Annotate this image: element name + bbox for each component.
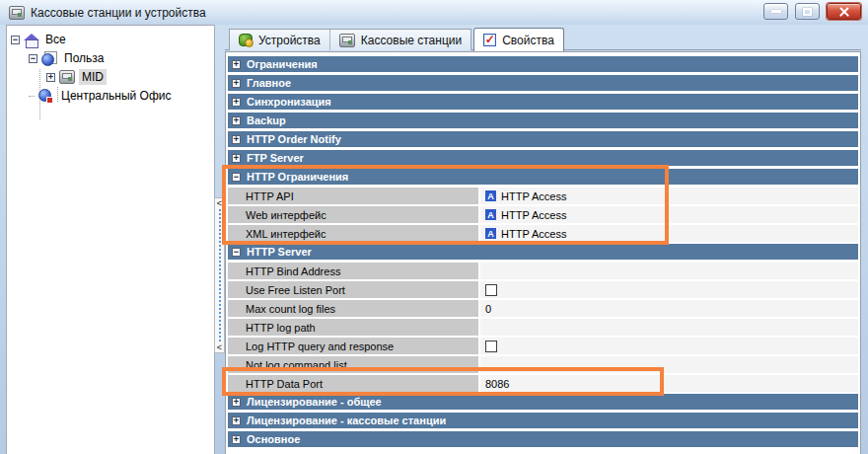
tab-label: Свойства — [502, 34, 554, 47]
property-row[interactable]: HTTP log path — [228, 319, 858, 336]
section-label: Главное — [247, 77, 291, 89]
splitter-grip[interactable] — [219, 209, 221, 341]
tree-expander-icon[interactable]: + — [46, 73, 55, 82]
access-type-icon: A — [485, 228, 496, 239]
tree-expander-icon[interactable]: − — [11, 36, 20, 44]
tree-expander-icon[interactable]: − — [29, 54, 37, 63]
close-icon — [838, 7, 850, 17]
property-value[interactable] — [480, 338, 858, 354]
section-label: Ограничения — [247, 58, 318, 70]
section-header-9[interactable]: +Лицензирование - кассовые станции — [228, 413, 858, 428]
section-label: FTP Server — [247, 152, 304, 164]
section-expander-icon[interactable]: + — [232, 435, 241, 444]
maximize-icon — [803, 8, 812, 16]
collapse-left-icon[interactable]: < — [217, 343, 222, 351]
section-expander-icon[interactable]: + — [232, 79, 241, 88]
property-value-text: HTTP Access — [501, 190, 566, 202]
property-value-text: 0 — [485, 303, 491, 315]
section-header-5[interactable]: +FTP Server — [228, 150, 858, 166]
devices-icon — [239, 34, 253, 46]
section-expander-icon[interactable]: + — [232, 135, 241, 144]
section-expander-icon[interactable]: + — [232, 98, 241, 107]
property-label: Log HTTP query and response — [228, 338, 478, 354]
tree-item-1[interactable]: −Польза — [29, 49, 107, 67]
property-row[interactable]: Max count log files0 — [228, 300, 858, 317]
section-header-8[interactable]: +Лицензирование - общее — [228, 394, 858, 410]
section-expander-icon[interactable]: − — [232, 173, 241, 182]
property-label: XML интерфейс — [228, 225, 478, 242]
property-row[interactable]: HTTP Data Port8086 — [228, 375, 858, 392]
section-label: Backup — [247, 114, 286, 126]
section-label: Лицензирование - общее — [247, 396, 382, 408]
device-tree-panel: −Все−Польза+MIDЦентральный Офис — [6, 25, 215, 454]
property-grid: +Ограничения+Главное+Синхронизация+Backu… — [225, 51, 861, 454]
property-value[interactable]: AHTTP Access — [480, 225, 858, 242]
cash-register-icon — [59, 70, 75, 84]
section-expander-icon[interactable]: + — [232, 416, 241, 425]
tree-connector-stub — [29, 96, 35, 97]
tree-item-label: Центральный Офис — [58, 88, 174, 104]
tree-item-2[interactable]: +MID — [46, 68, 107, 86]
property-value-text: HTTP Access — [501, 228, 566, 240]
property-row[interactable]: Log HTTP query and response — [228, 338, 858, 354]
section-header-3[interactable]: +Backup — [228, 113, 858, 128]
property-value[interactable]: AHTTP Access — [480, 206, 858, 223]
section-header-2[interactable]: +Синхронизация — [228, 94, 858, 110]
property-row[interactable]: Use Free Listen Port — [228, 281, 858, 298]
property-label: Max count log files — [228, 300, 478, 317]
property-row[interactable]: Not log command list — [228, 356, 858, 373]
checkbox-unchecked-icon[interactable] — [485, 340, 497, 352]
section-expander-icon[interactable]: + — [232, 398, 241, 407]
section-label: HTTP Order Notify — [247, 133, 341, 145]
section-header-4[interactable]: +HTTP Order Notify — [228, 131, 858, 147]
section-label: Синхронизация — [247, 96, 331, 108]
property-label: HTTP Bind Address — [228, 263, 478, 279]
tree-item-3[interactable]: Центральный Офис — [29, 87, 174, 105]
property-label: Not log command list — [228, 356, 478, 373]
section-header-10[interactable]: +Основное — [228, 431, 858, 447]
property-value-text: HTTP Access — [501, 209, 566, 221]
tab-label: Устройства — [258, 34, 321, 47]
section-label: Основное — [247, 433, 300, 445]
tab-устройства[interactable]: Устройства — [230, 30, 329, 50]
minimize-button[interactable] — [763, 3, 788, 20]
property-label: HTTP log path — [228, 319, 478, 336]
property-value[interactable] — [480, 319, 858, 336]
section-expander-icon[interactable]: + — [232, 60, 241, 69]
collapse-left-icon[interactable]: < — [217, 199, 222, 207]
section-expander-icon[interactable]: + — [232, 154, 241, 163]
property-row[interactable]: Web интерфейсAHTTP Access — [228, 206, 858, 223]
property-value[interactable] — [480, 281, 858, 298]
checkbox-unchecked-icon[interactable] — [485, 284, 497, 296]
property-value[interactable]: AHTTP Access — [480, 188, 858, 204]
panel-splitter[interactable]: < < — [214, 197, 225, 353]
properties-checkbox-icon: ✓ — [483, 34, 496, 46]
property-value[interactable] — [480, 356, 858, 373]
window-title: Кассовые станции и устройства — [31, 6, 206, 20]
tree-item-label: Польза — [61, 50, 107, 66]
section-expander-icon[interactable]: + — [232, 116, 241, 125]
tab-свойства[interactable]: ✓Свойства — [473, 28, 564, 51]
property-row[interactable]: XML интерфейсAHTTP Access — [228, 225, 858, 242]
access-type-icon: A — [485, 209, 496, 220]
maximize-button[interactable] — [795, 3, 820, 20]
section-header-1[interactable]: +Главное — [228, 75, 858, 91]
section-expander-icon[interactable]: − — [232, 248, 241, 257]
tree-item-0[interactable]: −Все — [11, 31, 69, 48]
section-header-0[interactable]: +Ограничения — [228, 56, 858, 72]
section-label: HTTP Server — [247, 246, 312, 258]
minimize-icon — [771, 10, 781, 13]
property-value[interactable] — [480, 263, 858, 279]
property-value[interactable]: 8086 — [480, 375, 858, 392]
property-row[interactable]: HTTP Bind Address — [228, 263, 858, 279]
cash-station-icon — [339, 34, 355, 47]
section-label: HTTP Ограничения — [247, 171, 348, 183]
title-bar[interactable]: Кассовые станции и устройства — [0, 0, 868, 25]
section-header-7[interactable]: −HTTP Server — [228, 244, 858, 260]
section-header-6[interactable]: −HTTP Ограничения — [228, 169, 858, 185]
app-icon — [9, 6, 25, 20]
property-value[interactable]: 0 — [480, 300, 858, 317]
close-button[interactable] — [827, 3, 861, 20]
tab-кассовые-станции[interactable]: Кассовые станции — [329, 30, 470, 50]
property-row[interactable]: HTTP APIAHTTP Access — [228, 188, 858, 204]
